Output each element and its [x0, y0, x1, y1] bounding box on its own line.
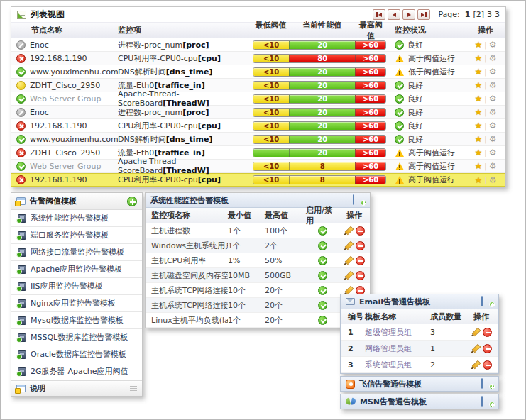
enabled-check-icon[interactable]: [318, 271, 327, 280]
max-threshold-segment: >60: [355, 109, 385, 116]
monitor-row[interactable]: Enoc 进程数-proc_num[proc] <10 20 >60 良好 ★ …: [11, 106, 505, 119]
monitor-row[interactable]: Web Server Group Apache-Thread-ScoreBoar…: [11, 92, 505, 106]
sysperf-row[interactable]: Windows主机系统用户帐号总数 1个 2个: [146, 238, 370, 253]
enabled-check-icon[interactable]: [318, 316, 327, 325]
enabled-check-icon[interactable]: [318, 301, 327, 310]
min-value: 10个: [228, 300, 265, 311]
settings-gear-icon[interactable]: ⚙: [489, 148, 497, 157]
add-template-button[interactable]: [127, 197, 137, 206]
fetion-template-bar[interactable]: 飞信告警通告模板: [340, 376, 499, 392]
add-monitor-icon[interactable]: [353, 195, 365, 205]
status-text: 高于阀值运行: [408, 161, 455, 172]
favorite-star-icon[interactable]: ★: [475, 54, 483, 62]
edit-pencil-icon[interactable]: [344, 286, 352, 294]
delete-minus-icon[interactable]: [356, 241, 365, 250]
delete-minus-icon[interactable]: [483, 328, 492, 337]
pager-page[interactable]: 1: [465, 10, 471, 19]
monitor-row[interactable]: www.youximenhu.com DNS解析时间[dns_time] <10…: [11, 133, 505, 146]
add-msn-template-icon[interactable]: [481, 397, 493, 407]
template-list-item[interactable]: Apache应用监控告警模板: [11, 261, 142, 278]
edit-pencil-icon[interactable]: [344, 271, 352, 280]
enabled-check-icon[interactable]: [318, 226, 327, 236]
monitor-row[interactable]: 192.168.1.190 CPU利用率-CPU0-cpu[cpu] <10 2…: [11, 119, 505, 133]
settings-gear-icon[interactable]: ⚙: [489, 176, 497, 184]
template-list-item[interactable]: MSSQL数据库监控告警模板: [11, 329, 142, 346]
pager-page[interactable]: [2]: [473, 10, 484, 19]
email-group-row[interactable]: 2 网络管理员组 1: [341, 341, 498, 357]
settings-gear-icon[interactable]: ⚙: [489, 162, 497, 170]
pager-next-button[interactable]: [402, 9, 415, 20]
pager-page[interactable]: 3: [495, 10, 500, 19]
delete-minus-icon[interactable]: [356, 256, 365, 265]
add-email-template-icon[interactable]: [481, 297, 493, 306]
pager-first-button[interactable]: [373, 9, 385, 20]
add-fetion-template-icon[interactable]: [481, 379, 493, 389]
favorite-star-icon[interactable]: ★: [475, 81, 483, 89]
monitor-item-cell: DNS解析时间[dns_time]: [118, 134, 253, 145]
template-list-item[interactable]: Oracle数据库监控告警模板: [11, 346, 142, 363]
favorite-star-icon[interactable]: ★: [475, 121, 483, 130]
edit-pencil-icon[interactable]: [344, 256, 352, 265]
delete-minus-icon[interactable]: [483, 360, 492, 370]
fetion-icon: [346, 380, 355, 389]
monitor-row[interactable]: 192.168.1.190 CPU利用率-CPU0-cpu[cpu] <10 8…: [11, 52, 505, 65]
enabled-check-icon[interactable]: [318, 286, 327, 295]
sysperf-row[interactable]: 主机系统TCP网络连接状态 10个 20个: [146, 283, 370, 298]
settings-gear-icon[interactable]: ⚙: [489, 67, 497, 76]
monitor-row[interactable]: Enoc 进程数-proc_num[proc] <10 20 >60 良好 ★ …: [11, 38, 505, 52]
first-page-icon: [378, 13, 382, 17]
settings-gear-icon[interactable]: ⚙: [489, 135, 497, 143]
favorite-star-icon[interactable]: ★: [475, 94, 483, 103]
monitor-row[interactable]: Web Server Group Apache-Thread-ScoreBoar…: [11, 160, 505, 173]
favorite-star-icon[interactable]: ★: [475, 135, 483, 143]
enabled-check-icon[interactable]: [318, 256, 327, 265]
email-group-row[interactable]: 1 超级管理员组 3: [341, 324, 498, 341]
template-list-item[interactable]: Mysql数据库监控告警模板: [11, 312, 142, 329]
enabled-check-icon[interactable]: [318, 241, 327, 250]
settings-gear-icon[interactable]: ⚙: [489, 40, 497, 49]
delete-minus-icon[interactable]: [483, 344, 492, 353]
settings-gear-icon[interactable]: ⚙: [489, 94, 497, 103]
favorite-star-icon[interactable]: ★: [475, 108, 483, 116]
monitor-row[interactable]: 192.168.1.190 CPU利用率-CPU0-cpu[cpu] <10 8…: [11, 173, 505, 187]
description-bar[interactable]: 说明: [11, 380, 142, 396]
delete-minus-icon[interactable]: [356, 226, 365, 236]
monitor-row[interactable]: ZDHT_Cisco_2950 流量-Eth0[traffice_in] 20 …: [11, 146, 505, 160]
favorite-star-icon[interactable]: ★: [475, 162, 483, 170]
monitor-row[interactable]: ZDHT_Cisco_2950 流量-Eth0[traffice_in] <10…: [11, 79, 505, 92]
favorite-star-icon[interactable]: ★: [475, 148, 483, 157]
pager-page[interactable]: 3: [487, 10, 492, 19]
template-list-item[interactable]: IIS应用监控告警模板: [11, 278, 142, 295]
settings-gear-icon[interactable]: ⚙: [489, 54, 497, 62]
pager-last-button[interactable]: [417, 9, 430, 20]
node-status-icon: [16, 54, 26, 63]
pager-prev-button[interactable]: [388, 9, 400, 20]
edit-pencil-icon[interactable]: [344, 241, 352, 250]
threshold-bar-cell: <10 20 >60: [253, 108, 395, 117]
edit-pencil-icon[interactable]: [471, 360, 479, 369]
delete-minus-icon[interactable]: [356, 271, 365, 280]
template-list-item[interactable]: 端口服务监控告警模板: [11, 227, 142, 244]
settings-gear-icon[interactable]: ⚙: [489, 108, 497, 116]
settings-gear-icon[interactable]: ⚙: [489, 121, 497, 130]
edit-pencil-icon[interactable]: [471, 328, 479, 336]
edit-pencil-icon[interactable]: [344, 226, 352, 235]
email-group-row[interactable]: 3 系统管理员组 2: [341, 357, 498, 373]
sysperf-row[interactable]: 主机进程数 1个 100个: [146, 223, 370, 238]
template-list-item[interactable]: Nginx应用监控告警模板: [11, 295, 142, 312]
edit-pencil-icon[interactable]: [471, 344, 479, 353]
monitor-row[interactable]: www.youximenhu.com DNS解析时间[dns_time] <10…: [11, 65, 505, 79]
template-list-item[interactable]: 网络接口流量监控告警模板: [11, 244, 142, 261]
favorite-star-icon[interactable]: ★: [475, 67, 483, 76]
template-list-item[interactable]: 系统性能监控告警模板: [11, 210, 142, 227]
template-label: MSSQL数据库监控告警模板: [31, 332, 128, 343]
sysperf-row[interactable]: Linux主机平均负载(laLoad) 1个 20个: [146, 313, 370, 328]
settings-gear-icon[interactable]: ⚙: [489, 81, 497, 89]
sysperf-row[interactable]: 主机CPU利用率 1% 50%: [146, 253, 370, 268]
favorite-star-icon[interactable]: ★: [475, 176, 483, 184]
msn-template-bar[interactable]: MSN告警通告模板: [340, 394, 499, 409]
favorite-star-icon[interactable]: ★: [475, 40, 483, 49]
sysperf-row[interactable]: 主机磁盘空间及内存空间占用 10MB 500GB: [146, 268, 370, 283]
template-list-item[interactable]: 2G服务器-Apache应用阀值: [11, 363, 142, 380]
sysperf-row[interactable]: 主机系统TCP网络连接状态 10个 20个: [146, 298, 370, 313]
